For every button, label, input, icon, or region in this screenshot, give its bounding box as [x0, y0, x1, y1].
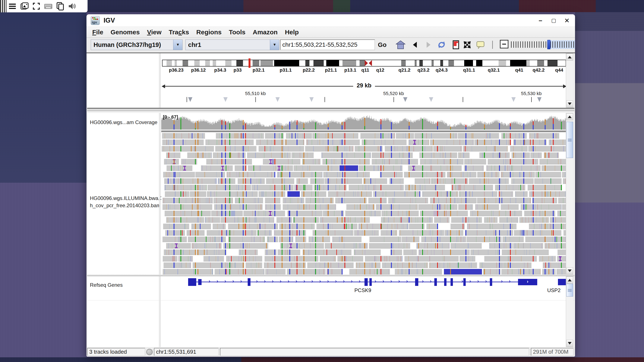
strand-arrow-icon: › — [272, 278, 274, 284]
strand-arrow-icon: › — [335, 278, 337, 284]
forward-icon[interactable] — [424, 40, 433, 50]
ideogram-band — [464, 60, 473, 66]
maximize-button[interactable]: ▢ — [550, 17, 558, 24]
chevron-down-icon[interactable]: ▼ — [173, 40, 182, 50]
strand-arrow-icon: › — [469, 278, 471, 284]
ideogram-band-label: p21.1 — [325, 67, 337, 73]
back-icon[interactable] — [410, 40, 420, 50]
alignment-scrollbar[interactable] — [566, 113, 574, 275]
ideogram-band-label: q44 — [555, 67, 563, 73]
refresh-icon[interactable] — [437, 40, 446, 50]
fullscreen-icon[interactable] — [30, 1, 42, 11]
region-tool-icon[interactable] — [451, 40, 461, 50]
gene-exon[interactable] — [558, 279, 566, 285]
panel-divider[interactable] — [159, 276, 160, 347]
locus-input[interactable] — [280, 39, 375, 50]
menu-icon[interactable] — [6, 1, 18, 11]
chromosome-select[interactable]: chr1 ▼ — [185, 39, 279, 50]
ruler-marker-icon — [188, 97, 192, 102]
menu-item-amazon[interactable]: Amazon — [249, 28, 281, 36]
chromosome-ideogram[interactable] — [162, 60, 566, 66]
strand-arrow-icon: › — [319, 278, 321, 284]
screens-icon[interactable] — [18, 1, 30, 11]
chevron-down-icon[interactable]: ▼ — [270, 40, 279, 50]
scrollbar-thumb[interactable] — [566, 284, 573, 297]
strand-arrow-icon: › — [374, 278, 376, 284]
ideogram-band — [498, 60, 506, 66]
ideogram-band — [213, 60, 216, 66]
track-boundary-line — [87, 300, 574, 300]
gene-exon[interactable] — [198, 279, 202, 285]
home-icon[interactable] — [396, 40, 406, 50]
scroll-up-icon[interactable] — [566, 54, 573, 61]
menu-item-file[interactable]: File — [88, 28, 107, 36]
ideogram-band — [360, 60, 365, 66]
zoom-out-icon[interactable] — [500, 40, 508, 48]
fit-to-window-icon[interactable] — [462, 40, 472, 50]
alignment-track-label-line2[interactable]: h_cov_pcr_free.20140203.bam — [90, 202, 161, 208]
refseq-scrollbar[interactable] — [566, 276, 574, 347]
close-button[interactable]: ✕ — [563, 17, 571, 24]
ruler-tick — [463, 97, 463, 102]
gene-exon[interactable] — [370, 278, 372, 286]
gene-exon[interactable] — [364, 278, 368, 286]
strand-arrow-icon: › — [509, 278, 510, 284]
minimize-button[interactable]: – — [536, 17, 544, 24]
tooltip-bubble-icon[interactable] — [476, 40, 485, 50]
ideogram-band — [182, 60, 188, 66]
menu-item-tracks[interactable]: Tracks — [165, 28, 192, 36]
scroll-down-icon[interactable] — [566, 267, 573, 274]
genome-select[interactable]: Human (GRCh37/hg19) ▼ — [91, 39, 182, 50]
gene-exon[interactable] — [490, 278, 492, 286]
gene-exon[interactable] — [434, 278, 437, 286]
drag-grip[interactable] — [0, 0, 6, 12]
gene-exon[interactable]: › — [518, 279, 537, 285]
strand-arrow-icon: › — [351, 278, 352, 284]
scroll-down-icon[interactable] — [566, 100, 573, 107]
scroll-up-icon[interactable] — [566, 277, 573, 284]
keyboard-icon[interactable] — [42, 1, 54, 11]
zoom-slider-thumb[interactable] — [547, 40, 550, 49]
gene-exon[interactable] — [450, 278, 453, 286]
ruler-marker-icon — [310, 97, 314, 102]
ideogram-band — [558, 60, 566, 66]
ruler-tick — [256, 97, 256, 102]
menubar: FileGenomesViewTracksRegionsToolsAmazonH… — [86, 27, 575, 38]
panel-divider[interactable] — [159, 113, 160, 275]
gene-exon[interactable] — [415, 278, 418, 286]
zoom-slider[interactable] — [511, 41, 575, 48]
panel-sash[interactable] — [87, 108, 574, 113]
strand-arrow-icon: › — [224, 278, 226, 284]
ideogram-band — [236, 60, 243, 66]
menu-item-help[interactable]: Help — [281, 28, 302, 36]
scroll-up-icon[interactable] — [566, 113, 573, 120]
titlebar[interactable]: igv IGV – ▢ ✕ — [86, 14, 575, 27]
menu-item-tools[interactable]: Tools — [225, 28, 249, 36]
speaker-icon[interactable] — [66, 1, 78, 11]
menu-item-view[interactable]: View — [143, 28, 165, 36]
ideogram-band — [419, 60, 423, 66]
menu-item-regions[interactable]: Regions — [192, 28, 225, 36]
panel-divider[interactable] — [159, 53, 160, 108]
desktop: igv IGV – ▢ ✕ FileGenomesViewTracksRegio… — [0, 0, 644, 362]
gene-exon[interactable] — [444, 278, 446, 286]
gene-exon[interactable] — [463, 278, 466, 286]
menu-item-genomes[interactable]: Genomes — [107, 28, 144, 36]
coverage-track-label[interactable]: HG00096.wgs...am Coverage — [90, 119, 157, 125]
ideogram-band — [476, 60, 482, 66]
gene-exon[interactable] — [188, 278, 196, 286]
scroll-down-icon[interactable] — [566, 340, 573, 347]
ideogram-scrollbar[interactable] — [566, 53, 574, 108]
alignment-track-label-line1[interactable]: HG00096.wgs.ILLUMINA.bwa.G — [90, 195, 164, 201]
scrollbar-thumb[interactable] — [566, 122, 573, 158]
go-button[interactable]: Go — [376, 39, 388, 50]
refseq-track-label[interactable]: Refseq Genes — [90, 282, 122, 288]
gene-exon[interactable] — [248, 278, 250, 286]
ruler-span-label: 29 kb — [353, 82, 375, 89]
ideogram-band — [305, 60, 310, 66]
gene-track[interactable]: ›››››››››››››››››››››››››››››››››PCSK9US… — [161, 276, 566, 300]
alignment-data-canvas[interactable] — [161, 114, 566, 275]
panel-sash[interactable] — [87, 275, 574, 276]
copy-icon[interactable] — [54, 1, 66, 11]
strand-arrow-icon: › — [304, 278, 305, 284]
